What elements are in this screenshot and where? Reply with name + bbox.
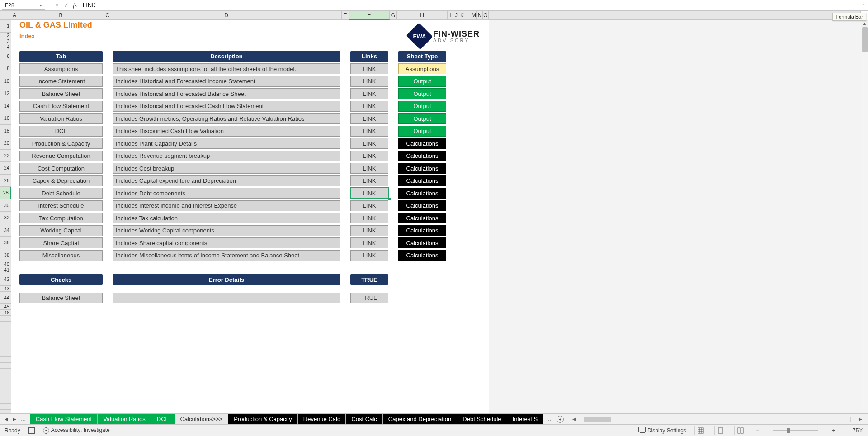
new-sheet-button[interactable]: + bbox=[554, 414, 566, 424]
sheet-tab-debt-schedule[interactable]: Debt Schedule bbox=[457, 414, 507, 424]
row-header-34[interactable]: 34 bbox=[0, 224, 11, 237]
row-header-3[interactable]: 3 bbox=[0, 38, 11, 44]
page-layout-view-icon[interactable] bbox=[714, 426, 726, 435]
hscroll-thumb[interactable] bbox=[584, 417, 611, 422]
sheet-tab-dcf[interactable]: DCF bbox=[151, 414, 175, 424]
row-header-41[interactable]: 41 bbox=[0, 267, 11, 273]
sheet-tab-valuation-ratios[interactable]: Valuation Ratios bbox=[97, 414, 151, 424]
row-header-28[interactable]: 28 bbox=[0, 187, 11, 199]
index-link-0[interactable]: LINK bbox=[350, 63, 388, 74]
index-link-11[interactable]: LINK bbox=[350, 200, 388, 211]
row-header-36[interactable]: 36 bbox=[0, 237, 11, 249]
col-header-I[interactable]: I bbox=[448, 11, 453, 20]
row-header-8[interactable]: 8 bbox=[0, 62, 11, 75]
row-header-12[interactable]: 12 bbox=[0, 87, 11, 100]
col-header-B[interactable]: B bbox=[18, 11, 104, 20]
index-link-2[interactable]: LINK bbox=[350, 88, 388, 99]
row-header-2[interactable]: 2 bbox=[0, 33, 11, 38]
index-link-1[interactable]: LINK bbox=[350, 76, 388, 87]
row-header-4[interactable]: 4 bbox=[0, 44, 11, 50]
index-link-5[interactable]: LINK bbox=[350, 126, 388, 137]
sheet-tab-capex-and-depreciation[interactable]: Capex and Depreciation bbox=[382, 414, 457, 424]
formula-input[interactable] bbox=[80, 1, 866, 10]
formula-expand-icon[interactable]: ⌄ bbox=[863, 1, 866, 6]
row-header-30[interactable]: 30 bbox=[0, 199, 11, 212]
row-header-46[interactable]: 46 bbox=[0, 310, 11, 316]
col-header-J[interactable]: J bbox=[453, 11, 459, 20]
sheet-tab-revenue-calc[interactable]: Revenue Calc bbox=[297, 414, 346, 424]
tab-prev-icon[interactable]: ◀ bbox=[3, 416, 10, 423]
sheet-canvas[interactable]: OIL & GAS Limited Index FWA FIN-WISER AD… bbox=[11, 20, 861, 421]
row-header-32[interactable]: 32 bbox=[0, 212, 11, 224]
display-settings-button[interactable]: Display Settings bbox=[638, 427, 686, 434]
tab-more-left[interactable]: ... bbox=[19, 416, 28, 422]
col-header-C[interactable]: C bbox=[104, 11, 111, 20]
sheet-tab-cash-flow-statement[interactable]: Cash Flow Statement bbox=[30, 414, 98, 424]
row-header-16[interactable]: 16 bbox=[0, 112, 11, 125]
col-header-F[interactable]: F bbox=[349, 11, 390, 20]
index-link-8[interactable]: LINK bbox=[350, 163, 388, 174]
pagebreak-view-icon[interactable] bbox=[734, 426, 746, 435]
vertical-scrollbar[interactable]: ▲ ▼ bbox=[861, 20, 868, 421]
hscroll-track[interactable] bbox=[584, 417, 851, 422]
row-header-44[interactable]: 44 bbox=[0, 292, 11, 304]
tab-more-right[interactable]: ... bbox=[543, 416, 554, 422]
col-header-L[interactable]: L bbox=[465, 11, 471, 20]
index-link-3[interactable]: LINK bbox=[350, 101, 388, 112]
sheet-tab-calculations-[interactable]: Calculations>>> bbox=[175, 414, 229, 424]
zoom-knob[interactable] bbox=[787, 428, 790, 433]
hscroll-left-icon[interactable]: ◀ bbox=[571, 417, 577, 422]
tab-hscroll[interactable]: ◀ ▶ bbox=[566, 414, 868, 424]
tab-next-icon[interactable]: ▶ bbox=[11, 416, 18, 423]
name-box-dropdown-icon[interactable]: ▾ bbox=[40, 3, 42, 8]
row-header-45[interactable]: 45 bbox=[0, 304, 11, 310]
row-header-10[interactable]: 10 bbox=[0, 75, 11, 88]
row-header-26[interactable]: 26 bbox=[0, 175, 11, 187]
macro-record-icon[interactable] bbox=[28, 427, 35, 434]
col-header-A[interactable]: A bbox=[11, 11, 18, 20]
row-header-24[interactable]: 24 bbox=[0, 162, 11, 175]
col-header-G[interactable]: G bbox=[390, 11, 397, 20]
selection-handle[interactable] bbox=[388, 198, 391, 200]
name-box[interactable]: F28 ▾ bbox=[2, 1, 45, 10]
index-link-12[interactable]: LINK bbox=[350, 213, 388, 223]
accept-formula-icon[interactable]: ✓ bbox=[62, 1, 70, 9]
index-link-9[interactable]: LINK bbox=[350, 175, 388, 186]
cancel-formula-icon[interactable]: × bbox=[53, 1, 61, 9]
scroll-up-icon[interactable]: ▲ bbox=[861, 20, 868, 27]
col-header-K[interactable]: K bbox=[459, 11, 465, 20]
hscroll-right-icon[interactable]: ▶ bbox=[857, 417, 863, 422]
index-link-6[interactable]: LINK bbox=[350, 138, 388, 149]
index-link-14[interactable]: LINK bbox=[350, 237, 388, 248]
index-link-13[interactable]: LINK bbox=[350, 225, 388, 236]
sheet-tab-cost-calc[interactable]: Cost Calc bbox=[345, 414, 382, 424]
zoom-out-icon[interactable]: − bbox=[754, 427, 761, 434]
col-header-O[interactable]: O bbox=[483, 11, 489, 20]
index-link-15[interactable]: LINK bbox=[350, 250, 388, 261]
zoom-in-icon[interactable]: + bbox=[830, 427, 837, 434]
sheet-tab-production-capacity[interactable]: Production & Capacity bbox=[228, 414, 298, 424]
row-header-40[interactable]: 40 bbox=[0, 261, 11, 267]
index-link-4[interactable]: LINK bbox=[350, 113, 388, 124]
index-link-10[interactable]: LINK bbox=[350, 188, 388, 199]
col-header-N[interactable]: N bbox=[477, 11, 483, 20]
index-link-7[interactable]: LINK bbox=[350, 151, 388, 161]
accessibility-status[interactable]: ✶Accessibility: Investigate bbox=[43, 427, 110, 434]
col-header-H[interactable]: H bbox=[397, 11, 448, 20]
row-header-38[interactable]: 38 bbox=[0, 249, 11, 262]
col-header-E[interactable]: E bbox=[342, 11, 349, 20]
col-header-D[interactable]: D bbox=[111, 11, 342, 20]
row-header-43[interactable]: 43 bbox=[0, 286, 11, 292]
normal-view-icon[interactable] bbox=[694, 426, 706, 435]
sheet-tab-interest-s[interactable]: Interest S bbox=[507, 414, 544, 424]
row-header-22[interactable]: 22 bbox=[0, 150, 11, 162]
zoom-slider[interactable] bbox=[773, 430, 818, 431]
col-header-M[interactable]: M bbox=[471, 11, 477, 20]
row-header-14[interactable]: 14 bbox=[0, 100, 11, 113]
row-header-20[interactable]: 20 bbox=[0, 137, 11, 150]
row-header-18[interactable]: 18 bbox=[0, 125, 11, 137]
scroll-track[interactable] bbox=[861, 27, 868, 414]
fx-icon[interactable]: fx bbox=[71, 1, 79, 9]
row-header-42[interactable]: 42 bbox=[0, 273, 11, 286]
select-all-corner[interactable] bbox=[0, 11, 11, 20]
